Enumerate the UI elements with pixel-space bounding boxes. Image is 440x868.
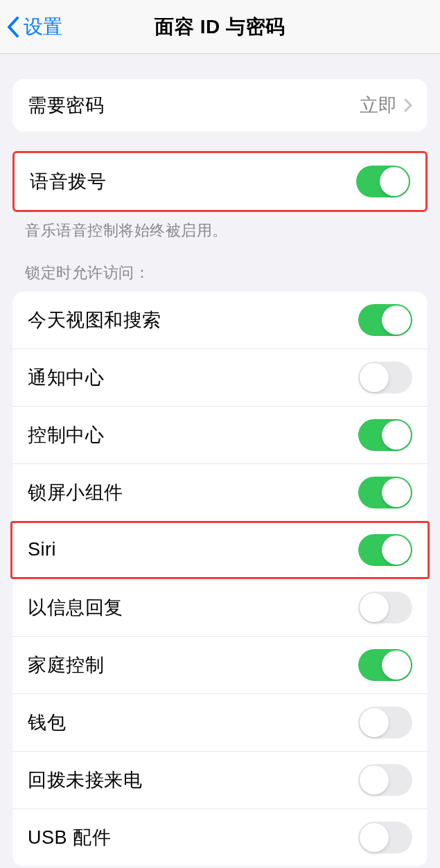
- locked-access-label: 锁屏小组件: [28, 480, 123, 505]
- locked-access-group: 今天视图和搜索通知中心控制中心锁屏小组件Siri以信息回复家庭控制钱包回拨未接来…: [12, 292, 428, 866]
- locked-access-toggle[interactable]: [358, 534, 412, 566]
- require-passcode-value: 立即: [360, 93, 397, 118]
- locked-access-toggle[interactable]: [358, 419, 412, 451]
- locked-access-toggle[interactable]: [358, 707, 412, 738]
- locked-access-label: 控制中心: [28, 423, 104, 448]
- voice-dial-row: 语音拨号: [15, 153, 425, 210]
- locked-access-header: 锁定时允许访问：: [0, 242, 440, 283]
- locked-access-label: 钱包: [28, 710, 66, 735]
- locked-access-label: Siri: [28, 539, 56, 560]
- back-label: 设置: [24, 14, 62, 40]
- chevron-right-icon: [404, 98, 412, 112]
- locked-access-toggle[interactable]: [358, 304, 412, 336]
- locked-access-label: 回拨未接来电: [28, 768, 142, 792]
- voice-dial-group: 语音拨号: [12, 151, 428, 212]
- locked-access-label: 通知中心: [28, 365, 104, 390]
- locked-access-toggle[interactable]: [358, 649, 412, 681]
- locked-access-row: 钱包: [12, 694, 428, 752]
- voice-dial-footer: 音乐语音控制将始终被启用。: [0, 212, 440, 242]
- page-title: 面容 ID 与密码: [155, 14, 285, 40]
- locked-access-toggle[interactable]: [358, 764, 412, 796]
- locked-access-label: USB 配件: [28, 825, 111, 850]
- locked-access-toggle[interactable]: [358, 477, 412, 508]
- chevron-left-icon: [7, 17, 19, 37]
- locked-access-label: 家庭控制: [28, 653, 104, 677]
- locked-access-row: 回拨未接来电: [12, 752, 428, 809]
- locked-access-row: 以信息回复: [12, 579, 428, 637]
- voice-dial-toggle[interactable]: [356, 166, 410, 197]
- require-passcode-label: 需要密码: [28, 93, 104, 118]
- locked-access-row: 家庭控制: [12, 637, 428, 694]
- locked-access-row: 通知中心: [12, 349, 428, 407]
- locked-access-label: 今天视图和搜索: [28, 308, 161, 333]
- locked-access-label: 以信息回复: [28, 595, 123, 620]
- locked-access-row: Siri: [12, 522, 428, 579]
- locked-access-row: USB 配件: [12, 809, 428, 866]
- locked-access-toggle[interactable]: [358, 822, 412, 853]
- voice-dial-label: 语音拨号: [30, 169, 106, 194]
- locked-access-toggle[interactable]: [358, 362, 412, 393]
- require-passcode-group: 需要密码 立即: [12, 79, 428, 132]
- navigation-bar: 设置 面容 ID 与密码: [0, 0, 440, 54]
- locked-access-row: 今天视图和搜索: [12, 292, 428, 349]
- locked-access-row: 锁屏小组件: [12, 464, 428, 522]
- back-button[interactable]: 设置: [0, 14, 62, 40]
- require-passcode-row[interactable]: 需要密码 立即: [12, 79, 428, 132]
- locked-access-row: 控制中心: [12, 407, 428, 464]
- locked-access-toggle[interactable]: [358, 592, 412, 623]
